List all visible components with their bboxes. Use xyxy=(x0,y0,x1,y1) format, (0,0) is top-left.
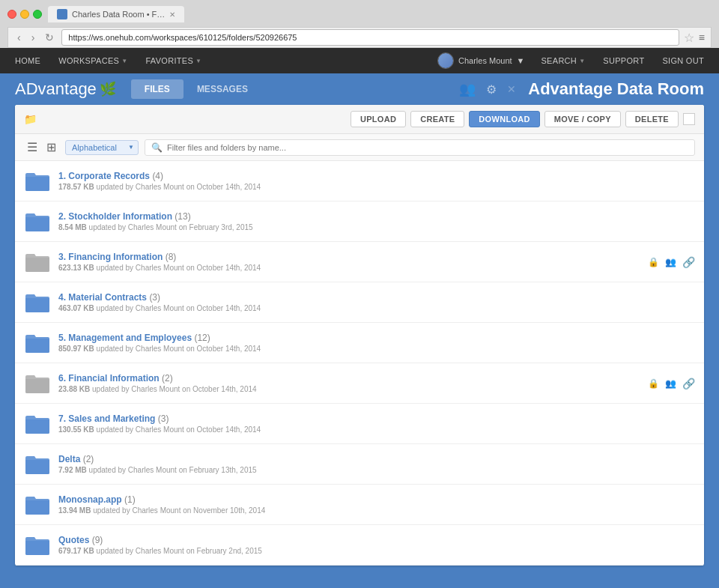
movecopy-button[interactable]: MOVE / COPY xyxy=(544,111,621,127)
list-item: Delta (2) 7.92 MB updated by Charles Mou… xyxy=(15,444,704,485)
settings-icon[interactable]: ⚙ xyxy=(486,82,497,97)
list-item: 3. Financing Information (8) 623.13 KB u… xyxy=(15,242,704,282)
lock-icon: 🔒 xyxy=(648,378,659,389)
header-tabs: FILES MESSAGES xyxy=(131,79,261,99)
folder-icon xyxy=(24,413,51,435)
file-count: (2) xyxy=(83,454,94,464)
file-name[interactable]: 6. Financial Information (2) xyxy=(58,373,648,384)
window-controls xyxy=(7,10,42,19)
toolbar-buttons: UPLOAD CREATE DOWNLOAD MOVE / COPY DELET… xyxy=(351,111,695,127)
folder-icon xyxy=(24,170,51,193)
file-meta: 23.88 KB updated by Charles Mount on Oct… xyxy=(58,385,648,393)
folder-icon xyxy=(24,494,51,516)
filter-input[interactable] xyxy=(167,143,688,152)
file-name[interactable]: 3. Financing Information (8) xyxy=(58,252,648,262)
file-count: (3) xyxy=(149,292,160,303)
back-btn[interactable]: ‹ xyxy=(14,30,24,45)
select-all-checkbox[interactable] xyxy=(683,113,695,125)
file-name[interactable]: 7. Sales and Marketing (3) xyxy=(58,413,695,424)
file-count: (1) xyxy=(124,494,136,505)
link-icon[interactable]: 🔗 xyxy=(682,378,695,390)
browser-tab[interactable]: Charles Data Room • F… ✕ xyxy=(48,6,184,22)
nav-favorites[interactable]: FAVORITES ▼ xyxy=(136,48,210,73)
tab-files[interactable]: FILES xyxy=(131,79,183,99)
file-toolbar: 📁 UPLOAD CREATE DOWNLOAD MOVE / COPY DEL… xyxy=(15,105,704,134)
file-info: 6. Financial Information (2) 23.88 KB up… xyxy=(58,373,648,393)
file-count: (12) xyxy=(194,333,210,343)
minimize-window-btn[interactable] xyxy=(20,10,29,19)
file-name[interactable]: Delta (2) xyxy=(58,454,695,464)
folder-icon xyxy=(24,291,51,314)
file-count: (4) xyxy=(152,171,163,181)
lock-icon: 🔒 xyxy=(648,257,659,267)
download-button[interactable]: DOWNLOAD xyxy=(469,111,539,127)
tab-messages[interactable]: MESSAGES xyxy=(183,79,261,99)
file-meta: 178.57 KB updated by Charles Mount on Oc… xyxy=(58,183,695,191)
file-info: 1. Corporate Records (4) 178.57 KB updat… xyxy=(58,171,695,191)
folder-icon xyxy=(24,332,51,354)
sort-wrapper: Alphabetical Date Modified Size ▼ xyxy=(65,140,139,155)
list-item: 1. Corporate Records (4) 178.57 KB updat… xyxy=(15,161,704,201)
nav-support[interactable]: SUPPORT xyxy=(594,48,653,73)
browser-chrome: Charles Data Room • F… ✕ ‹ › ↻ ☆ ≡ xyxy=(0,0,719,48)
create-button[interactable]: CREATE xyxy=(410,111,464,127)
file-list: 1. Corporate Records (4) 178.57 KB updat… xyxy=(15,161,704,566)
refresh-btn[interactable]: ↻ xyxy=(42,30,57,45)
file-meta: 623.13 KB updated by Charles Mount on Oc… xyxy=(58,264,648,272)
file-meta: 850.97 KB updated by Charles Mount on Oc… xyxy=(58,345,695,353)
room-title: Advantage Data Room xyxy=(528,79,704,99)
file-info: 7. Sales and Marketing (3) 130.55 KB upd… xyxy=(58,413,695,434)
header-icons: 👥 ⚙ ✕ xyxy=(459,81,516,97)
file-meta: 8.54 MB updated by Charles Mount on Febr… xyxy=(58,223,695,231)
favorites-caret: ▼ xyxy=(195,58,201,64)
grid-view-btn[interactable]: ⊞ xyxy=(43,139,59,156)
tab-title: Charles Data Room • F… xyxy=(72,10,165,19)
file-name[interactable]: 2. Stockholder Information (13) xyxy=(58,211,695,222)
maximize-window-btn[interactable] xyxy=(33,10,42,19)
file-info: Delta (2) 7.92 MB updated by Charles Mou… xyxy=(58,454,695,474)
file-info: 4. Material Contracts (3) 463.07 KB upda… xyxy=(58,292,695,312)
app-header: ADvantage 🌿 FILES MESSAGES 👥 ⚙ ✕ Advanta… xyxy=(0,73,719,105)
link-icon[interactable]: 🔗 xyxy=(682,256,695,268)
filter-search-icon: 🔍 xyxy=(151,142,163,153)
list-item: 7. Sales and Marketing (3) 130.55 KB upd… xyxy=(15,404,704,444)
file-count: (13) xyxy=(175,211,190,222)
url-input[interactable] xyxy=(61,29,679,46)
user-menu[interactable]: Charles Mount ▼ xyxy=(430,52,532,69)
file-info: Monosnap.app (1) 13.94 MB updated by Cha… xyxy=(58,494,695,515)
bookmark-btn[interactable]: ☆ xyxy=(684,31,694,45)
file-name[interactable]: 1. Corporate Records (4) xyxy=(58,171,695,181)
close-room-icon: ✕ xyxy=(507,83,516,95)
main-content: 📁 UPLOAD CREATE DOWNLOAD MOVE / COPY DEL… xyxy=(15,105,704,566)
nav-workspaces[interactable]: WORKSPACES ▼ xyxy=(49,48,136,73)
file-name[interactable]: Quotes (9) xyxy=(58,535,695,545)
forward-btn[interactable]: › xyxy=(28,30,38,45)
list-view-btn[interactable]: ☰ xyxy=(24,139,40,156)
sort-select[interactable]: Alphabetical Date Modified Size xyxy=(65,140,139,155)
file-name[interactable]: 5. Management and Employees (12) xyxy=(58,333,695,343)
user-caret: ▼ xyxy=(517,56,525,65)
file-name[interactable]: Monosnap.app (1) xyxy=(58,494,695,505)
delete-button[interactable]: DELETE xyxy=(625,111,679,127)
logo-area: ADvantage 🌿 xyxy=(15,79,116,99)
tab-close-btn[interactable]: ✕ xyxy=(169,10,175,19)
manage-users-icon[interactable]: 👥 xyxy=(459,81,476,97)
file-count: (9) xyxy=(92,535,103,545)
file-meta: 7.92 MB updated by Charles Mount on Febr… xyxy=(58,466,695,474)
browser-menu-btn[interactable]: ≡ xyxy=(699,31,705,43)
filter-input-wrapper: 🔍 xyxy=(145,139,695,156)
list-item: Monosnap.app (1) 13.94 MB updated by Cha… xyxy=(15,485,704,525)
browser-titlebar: Charles Data Room • F… ✕ xyxy=(7,6,712,22)
nav-search[interactable]: SEARCH ▼ xyxy=(532,48,594,73)
file-name[interactable]: 4. Material Contracts (3) xyxy=(58,292,695,303)
file-info: 3. Financing Information (8) 623.13 KB u… xyxy=(58,252,648,272)
list-item: 2. Stockholder Information (13) 8.54 MB … xyxy=(15,201,704,242)
folder-icon xyxy=(24,372,51,395)
nav-home[interactable]: HOME xyxy=(6,48,49,73)
file-meta: 13.94 MB updated by Charles Mount on Nov… xyxy=(58,506,695,515)
upload-button[interactable]: UPLOAD xyxy=(351,111,406,127)
logo-leaf-icon: 🌿 xyxy=(100,81,116,97)
close-window-btn[interactable] xyxy=(7,10,16,19)
restricted-users-icon: 👥 xyxy=(665,378,676,389)
nav-signout[interactable]: SIGN OUT xyxy=(653,48,713,73)
